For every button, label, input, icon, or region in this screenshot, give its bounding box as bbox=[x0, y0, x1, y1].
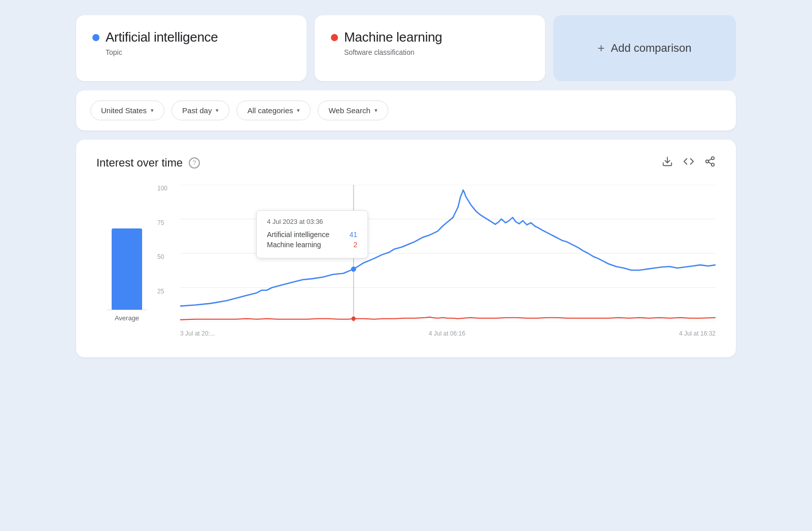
y-label-25: 25 bbox=[157, 288, 178, 295]
tooltip-date: 4 Jul 2023 at 03:36 bbox=[267, 218, 357, 225]
line-chart-section: 100 75 50 25 bbox=[157, 185, 716, 337]
period-chevron-icon: ▾ bbox=[216, 107, 219, 114]
download-icon[interactable] bbox=[662, 156, 673, 170]
ai-search-card[interactable]: Artificial intelligence Topic bbox=[76, 15, 307, 81]
page-container: Artificial intelligence Topic Machine le… bbox=[76, 15, 736, 357]
period-label: Past day bbox=[182, 106, 212, 115]
top-cards-row: Artificial intelligence Topic Machine le… bbox=[76, 15, 736, 81]
ml-term-name: Machine learning bbox=[344, 29, 442, 45]
add-comparison-label: Add comparison bbox=[611, 42, 692, 55]
avg-bar-wrapper bbox=[112, 198, 142, 310]
category-chevron-icon: ▾ bbox=[297, 107, 300, 114]
info-icon[interactable]: ? bbox=[189, 157, 200, 169]
tooltip-val-ml: 2 bbox=[353, 241, 357, 249]
search-type-label: Web Search bbox=[328, 106, 370, 115]
avg-bar-blue bbox=[112, 228, 142, 310]
y-label-100: 100 bbox=[157, 185, 178, 192]
ml-dot-label: Machine learning bbox=[331, 29, 529, 45]
ml-term-type: Software classification bbox=[344, 48, 529, 56]
chart-area: Average 100 75 50 25 bbox=[96, 185, 716, 337]
ml-dot-icon bbox=[331, 34, 338, 41]
svg-line-4 bbox=[708, 162, 712, 164]
ai-dot-label: Artificial intelligence bbox=[92, 29, 290, 45]
region-chevron-icon: ▾ bbox=[151, 107, 154, 114]
avg-bar-section: Average bbox=[96, 185, 157, 337]
svg-line-5 bbox=[708, 159, 712, 161]
chart-header: Interest over time ? bbox=[96, 156, 716, 170]
avg-bar-label: Average bbox=[115, 314, 139, 322]
ai-term-type: Topic bbox=[106, 48, 290, 56]
chart-title-group: Interest over time ? bbox=[96, 156, 200, 170]
x-label-mid: 4 Jul at 06:16 bbox=[429, 330, 465, 337]
chart-section: Interest over time ? bbox=[76, 140, 736, 357]
y-label-75: 75 bbox=[157, 219, 178, 226]
tooltip-dot-red bbox=[352, 317, 356, 321]
tooltip-dot-blue bbox=[351, 267, 356, 272]
region-filter[interactable]: United States ▾ bbox=[90, 101, 164, 120]
y-label-50: 50 bbox=[157, 253, 178, 260]
period-filter[interactable]: Past day ▾ bbox=[172, 101, 229, 120]
tooltip-val-ai: 41 bbox=[349, 230, 357, 239]
avg-baseline bbox=[107, 310, 147, 310]
category-label: All categories bbox=[247, 106, 293, 115]
ai-term-name: Artificial intelligence bbox=[106, 29, 218, 45]
share-icon[interactable] bbox=[704, 156, 716, 170]
ai-dot-icon bbox=[92, 34, 99, 41]
x-axis: 3 Jul at 20:... 4 Jul at 06:16 4 Jul at … bbox=[180, 330, 716, 337]
tooltip: 4 Jul 2023 at 03:36 Artificial intellige… bbox=[256, 210, 368, 258]
svg-chart-wrapper: 4 Jul 2023 at 03:36 Artificial intellige… bbox=[180, 185, 716, 322]
filter-row: United States ▾ Past day ▾ All categorie… bbox=[76, 90, 736, 130]
ml-search-card[interactable]: Machine learning Software classification bbox=[315, 15, 545, 81]
plus-icon: + bbox=[598, 41, 605, 55]
x-label-end: 4 Jul at 16:32 bbox=[679, 330, 716, 337]
x-label-start: 3 Jul at 20:... bbox=[180, 330, 215, 337]
search-type-filter[interactable]: Web Search ▾ bbox=[318, 101, 388, 120]
tooltip-row-ai: Artificial intelligence 41 bbox=[267, 230, 357, 239]
tooltip-term-ai: Artificial intelligence bbox=[267, 230, 329, 239]
category-filter[interactable]: All categories ▾ bbox=[236, 101, 311, 120]
embed-icon[interactable] bbox=[683, 156, 694, 170]
search-type-chevron-icon: ▾ bbox=[375, 107, 378, 114]
add-comparison-card[interactable]: + Add comparison bbox=[553, 15, 736, 81]
chart-title: Interest over time bbox=[96, 156, 183, 170]
region-label: United States bbox=[101, 106, 147, 115]
tooltip-term-ml: Machine learning bbox=[267, 241, 321, 249]
chart-actions bbox=[662, 156, 716, 170]
tooltip-row-ml: Machine learning 2 bbox=[267, 241, 357, 249]
y-axis: 100 75 50 25 bbox=[157, 185, 178, 322]
